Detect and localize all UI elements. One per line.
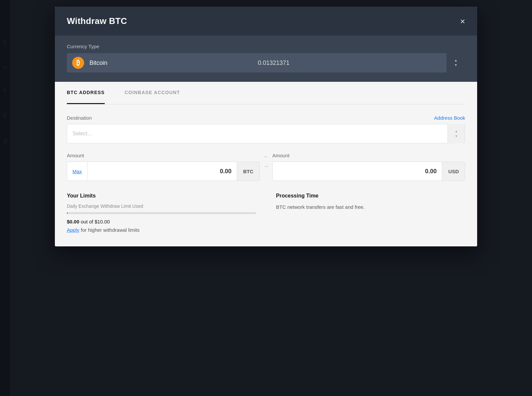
limit-total: $10.00 (94, 219, 110, 224)
btc-amount-group: Amount Max 0.00 BTC (67, 153, 260, 181)
apply-link[interactable]: Apply (67, 227, 79, 233)
amount-row: Amount Max 0.00 BTC ← → Amount 0. (67, 153, 465, 181)
currency-left: ₿ Bitcoin (72, 57, 107, 69)
tab-coinbase-account[interactable]: COINBASE ACCOUNT (125, 82, 180, 104)
btc-amount-input[interactable]: Max 0.00 BTC (67, 162, 260, 181)
destination-label: Destination (67, 115, 92, 121)
progress-bar-fill (67, 212, 67, 214)
destination-row: Destination Address Book (67, 115, 465, 121)
dest-chevron-down-icon: ▼ (455, 134, 458, 138)
modal-body: BTC ADDRESS COINBASE ACCOUNT Destination… (55, 82, 477, 246)
max-button[interactable]: Max (67, 162, 87, 181)
dest-chevron-up-icon: ▲ (455, 129, 458, 133)
chevron-down-icon: ▼ (454, 64, 458, 67)
currency-chevron[interactable]: ▲ ▼ (447, 53, 465, 72)
btc-amount-label: Amount (67, 153, 260, 158)
info-row: Your Limits Daily Exchange Withdraw Limi… (67, 193, 465, 233)
usd-amount-group: Amount 0.00 USD (272, 153, 465, 181)
modal-header: Withdraw BTC × (55, 7, 477, 36)
currency-name: Bitcoin (89, 60, 107, 66)
processing-section: Processing Time BTC network transfers ar… (276, 193, 465, 233)
arrow-right-icon: → (264, 162, 268, 171)
modal-title: Withdraw BTC (67, 16, 127, 26)
destination-placeholder: Select... (72, 131, 92, 137)
progress-bar-wrap (67, 212, 256, 214)
limit-used: $0.00 (67, 219, 79, 224)
processing-description: BTC network transfers are fast and free. (276, 203, 465, 211)
apply-suffix: for higher withdrawal limits (81, 227, 140, 233)
address-book-link[interactable]: Address Book (434, 115, 465, 121)
btc-currency-label: BTC (237, 162, 259, 181)
destination-chevron[interactable]: ▲ ▼ (448, 124, 465, 143)
currency-section: Currency Type ₿ Bitcoin 0.01321371 ▲ ▼ (55, 36, 477, 82)
close-button[interactable]: × (460, 17, 465, 26)
processing-title: Processing Time (276, 193, 465, 199)
limits-title: Your Limits (67, 193, 256, 199)
currency-balance: 0.01321371 (258, 60, 296, 66)
modal-overlay: Withdraw BTC × Currency Type ₿ Bitcoin 0… (0, 0, 532, 396)
usd-amount-input[interactable]: 0.00 USD (272, 162, 465, 181)
limits-sublabel: Daily Exchange Withdraw Limit Used (67, 203, 256, 209)
chevron-up-icon: ▲ (454, 59, 458, 62)
tab-btc-address[interactable]: BTC ADDRESS (67, 82, 105, 104)
limit-text: $0.00 out of $10.00 (67, 219, 256, 224)
usd-amount-label: Amount (272, 153, 465, 158)
destination-input[interactable]: Select... ▲ ▼ (67, 124, 465, 143)
arrow-left-icon: ← (264, 153, 268, 161)
btc-icon: ₿ (72, 57, 84, 69)
exchange-arrows-container: ← → (260, 153, 272, 171)
withdraw-modal: Withdraw BTC × Currency Type ₿ Bitcoin 0… (55, 7, 477, 246)
limits-section: Your Limits Daily Exchange Withdraw Limi… (67, 193, 256, 233)
tabs: BTC ADDRESS COINBASE ACCOUNT (67, 82, 465, 104)
destination-section: Destination Address Book Select... ▲ ▼ (67, 115, 465, 143)
usd-currency-label: USD (442, 162, 465, 181)
currency-type-label: Currency Type (67, 44, 465, 49)
usd-amount-value: 0.00 (273, 162, 442, 181)
currency-selector[interactable]: ₿ Bitcoin 0.01321371 ▲ ▼ (67, 53, 465, 72)
btc-amount-value: 0.00 (87, 162, 237, 181)
limit-out-of: out of (81, 219, 95, 224)
